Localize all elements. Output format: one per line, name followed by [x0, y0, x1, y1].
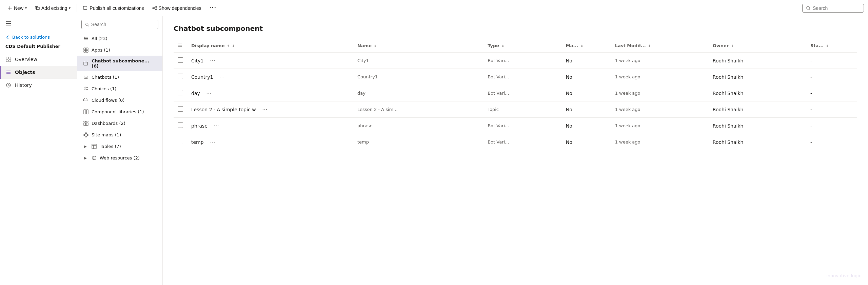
svg-rect-48: [83, 123, 85, 126]
tree-sidebar: All (23) Apps (1) Chatbot subcombone... …: [77, 16, 163, 285]
svg-point-8: [155, 8, 157, 10]
row-checkbox[interactable]: [174, 101, 187, 118]
svg-rect-32: [83, 50, 85, 52]
row-name: temp: [353, 134, 484, 150]
col-header-name[interactable]: Name ↕: [353, 39, 484, 52]
row-last-modified: 1 week ago: [611, 101, 709, 118]
svg-line-9: [154, 7, 155, 8]
dependencies-button[interactable]: Show dependencies: [149, 4, 205, 13]
tree-item-tables[interactable]: ▶ Tables (7): [77, 140, 162, 152]
plus-icon: [7, 6, 12, 11]
row-checkbox[interactable]: [174, 118, 187, 134]
name-sort-icon: ↕: [374, 44, 377, 48]
row-managed: No: [562, 85, 611, 101]
row-checkbox[interactable]: [174, 134, 187, 150]
tree-item-chatbot-sub[interactable]: Chatbot subcombone... (6): [77, 56, 162, 71]
main-layout: Back to solutions CDS Default Publisher …: [0, 16, 868, 285]
chatbot-sub-icon: [83, 60, 89, 66]
overview-label: Overview: [15, 57, 37, 62]
new-label: New: [14, 5, 23, 11]
svg-rect-45: [87, 109, 88, 114]
tree-item-dashboards-label: Dashboards (2): [92, 121, 125, 126]
status-sort-icon: ↕: [826, 44, 829, 48]
sidebar-item-overview[interactable]: Overview: [0, 53, 77, 66]
main-content: Chatbot subcomponent Display name ↑ ↓ Na…: [163, 16, 868, 285]
row-checkbox[interactable]: [174, 85, 187, 101]
row-more-button[interactable]: ⋯: [217, 73, 227, 81]
toolbar: New ▾ Add existing ▾ Publish all customi…: [0, 0, 868, 16]
tree-item-web-resources[interactable]: ▶ Web resources (2): [77, 152, 162, 164]
svg-rect-3: [36, 7, 39, 10]
row-status: -: [806, 101, 857, 118]
tree-item-chatbots[interactable]: Chatbots (1): [77, 71, 162, 83]
back-to-solutions-link[interactable]: Back to solutions: [0, 32, 77, 42]
svg-rect-47: [86, 121, 88, 122]
svg-point-38: [85, 77, 85, 77]
toolbar-separator: [77, 4, 77, 12]
table-row: Lesson 2 - A simple topic w ⋯ Lesson 2 -…: [174, 101, 857, 118]
row-last-modified: 1 week ago: [611, 85, 709, 101]
svg-point-11: [807, 6, 810, 9]
publish-label: Publish all customizations: [90, 5, 144, 11]
svg-point-6: [152, 7, 154, 9]
row-more-button[interactable]: ⋯: [204, 89, 214, 97]
table-row: day ⋯ day Bot Vari... No 1 week ago Rooh…: [174, 85, 857, 101]
row-checkbox[interactable]: [174, 52, 187, 69]
row-name: Lesson 2 - A sim...: [353, 101, 484, 118]
component-libs-icon: [83, 109, 89, 115]
tree-item-apps[interactable]: Apps (1): [77, 44, 162, 56]
tree-item-site-maps[interactable]: Site maps (1): [77, 129, 162, 140]
more-button[interactable]: ···: [206, 3, 220, 13]
tree-item-choices[interactable]: Choices (1): [77, 83, 162, 94]
row-more-button[interactable]: ⋯: [208, 57, 217, 64]
history-label: History: [15, 82, 32, 88]
row-more-button[interactable]: ⋯: [260, 106, 270, 113]
dependencies-label: Show dependencies: [159, 5, 201, 11]
row-status: -: [806, 52, 857, 69]
col-header-type[interactable]: Type ↕: [484, 39, 562, 52]
new-button[interactable]: New ▾: [4, 4, 30, 13]
row-display-name: phrase ⋯: [187, 118, 353, 134]
row-name: day: [353, 85, 484, 101]
row-type: Bot Vari...: [484, 69, 562, 85]
toolbar-search-input[interactable]: [813, 5, 860, 11]
tree-item-dashboards[interactable]: Dashboards (2): [77, 117, 162, 129]
display-name-sort-desc-icon: ↓: [232, 44, 235, 48]
row-last-modified: 1 week ago: [611, 52, 709, 69]
add-existing-button[interactable]: Add existing ▾: [32, 4, 74, 13]
sidebar-item-objects[interactable]: Objects: [0, 66, 77, 79]
row-owner: Roohi Shaikh: [709, 85, 806, 101]
managed-sort-icon: ↕: [580, 44, 583, 48]
svg-rect-37: [84, 76, 87, 78]
tree-item-component-libs-label: Component libraries (1): [92, 109, 144, 114]
choices-icon: [83, 86, 89, 92]
table-row: Country1 ⋯ Country1 Bot Vari... No 1 wee…: [174, 69, 857, 85]
row-more-button[interactable]: ⋯: [208, 138, 217, 146]
col-header-last-modified[interactable]: Last Modif... ↕: [611, 39, 709, 52]
row-type: Topic: [484, 101, 562, 118]
svg-rect-31: [86, 48, 88, 50]
tree-search-input[interactable]: [91, 22, 155, 27]
publish-button[interactable]: Publish all customizations: [80, 4, 147, 13]
row-checkbox[interactable]: [174, 69, 187, 85]
tree-item-cloud-flows[interactable]: Cloud flows (0): [77, 94, 162, 106]
sidebar-item-history[interactable]: History: [0, 79, 77, 92]
toolbar-search-icon: [806, 6, 811, 11]
row-name: Country1: [353, 69, 484, 85]
publisher-name: CDS Default Publisher: [0, 42, 77, 53]
row-more-button[interactable]: ⋯: [212, 122, 221, 130]
col-header-owner[interactable]: Owner ↕: [709, 39, 806, 52]
row-display-name: Lesson 2 - A simple topic w ⋯: [187, 101, 353, 118]
row-managed: No: [562, 101, 611, 118]
hamburger-icon[interactable]: [0, 16, 77, 32]
col-header-managed[interactable]: Ma... ↕: [562, 39, 611, 52]
col-header-status[interactable]: Sta... ↕: [806, 39, 857, 52]
row-status: -: [806, 118, 857, 134]
tree-item-chatbots-label: Chatbots (1): [92, 75, 119, 80]
tree-item-component-libs[interactable]: Component libraries (1): [77, 106, 162, 117]
tables-icon: [91, 143, 97, 149]
web-resources-icon: [91, 155, 97, 161]
svg-rect-53: [85, 136, 86, 137]
col-header-display-name[interactable]: Display name ↑ ↓: [187, 39, 353, 52]
tree-item-all[interactable]: All (23): [77, 33, 162, 44]
